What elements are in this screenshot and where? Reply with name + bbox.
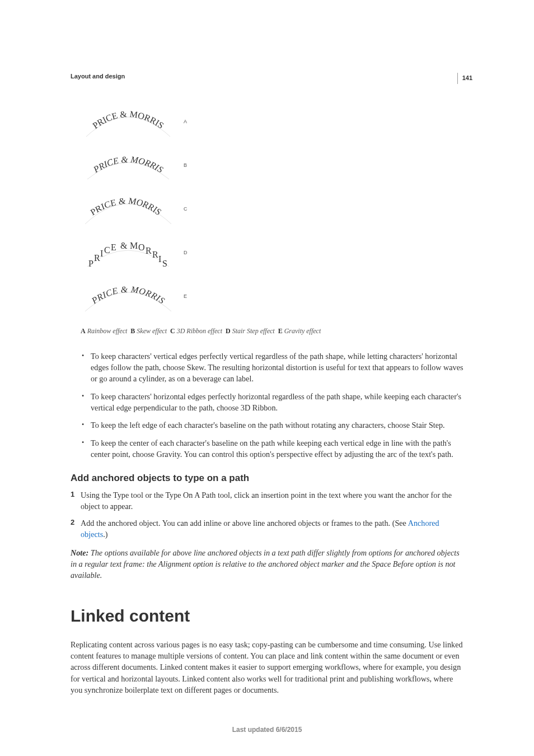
- page-number: 141: [457, 73, 472, 84]
- step-text-tail: .): [103, 530, 107, 539]
- figure: PRICE & MORRIS A PRICE & MORRIS B PRICE …: [81, 102, 463, 316]
- bullet-item: To keep the left edge of each character'…: [81, 420, 463, 431]
- caption-val-d: Stair Step effect: [232, 327, 275, 335]
- figure-label-e: E: [184, 293, 187, 299]
- figure-label-a: A: [184, 119, 187, 124]
- figure-row-d: PRICE & MORRIS D: [81, 233, 463, 272]
- svg-text:PRICE & MORRIS: PRICE & MORRIS: [91, 109, 165, 130]
- section-header: Layout and design: [71, 73, 463, 80]
- body-paragraph: Replicating content across various pages…: [71, 639, 463, 696]
- svg-text:PRICE & MORRIS: PRICE & MORRIS: [88, 196, 165, 217]
- bullet-item: To keep the center of each character's b…: [81, 438, 463, 460]
- stair-step-effect-diagram: PRICE & MORRIS: [81, 233, 176, 272]
- caption-val-c: 3D Ribbon effect: [177, 327, 222, 335]
- figure-row-e: PRICE & MORRIS E: [81, 277, 463, 316]
- note-label: Note:: [71, 548, 91, 557]
- bullet-item: To keep characters' horizontal edges per…: [81, 391, 463, 414]
- skew-effect-diagram: PRICE & MORRIS: [81, 146, 176, 185]
- figure-row-c: PRICE & MORRIS C: [81, 189, 463, 228]
- svg-text:PRICE & MORRIS: PRICE & MORRIS: [90, 284, 167, 306]
- gravity-effect-diagram: PRICE & MORRIS: [81, 277, 176, 316]
- caption-val-a: Rainbow effect: [87, 327, 128, 335]
- figure-label-c: C: [184, 206, 188, 212]
- figure-caption: A Rainbow effect B Skew effect C 3D Ribb…: [81, 327, 463, 335]
- figure-label-b: B: [184, 162, 187, 168]
- caption-val-e: Gravity effect: [284, 327, 321, 335]
- steps-list: Using the Type tool or the Type On A Pat…: [71, 489, 463, 540]
- footer-last-updated: Last updated 6/6/2015: [0, 726, 534, 734]
- bullet-list: To keep characters' vertical edges perfe…: [81, 351, 463, 460]
- caption-val-b: Skew effect: [137, 327, 167, 335]
- caption-key-e: E: [278, 327, 283, 335]
- svg-text:PRICE & MORRIS: PRICE & MORRIS: [88, 241, 167, 268]
- bullet-item: To keep characters' vertical edges perfe…: [81, 351, 463, 385]
- note-paragraph: Note: The options available for above li…: [71, 547, 463, 581]
- step-item: Add the anchored object. You can add inl…: [71, 517, 463, 540]
- ribbon-effect-diagram: PRICE & MORRIS: [81, 189, 176, 228]
- subheading-anchored: Add anchored objects to type on a path: [71, 473, 463, 484]
- figure-row-a: PRICE & MORRIS A: [81, 102, 463, 141]
- caption-key-b: B: [130, 327, 135, 335]
- rainbow-effect-diagram: PRICE & MORRIS: [81, 102, 176, 141]
- figure-row-b: PRICE & MORRIS B: [81, 146, 463, 185]
- figure-label-d: D: [184, 250, 188, 255]
- caption-key-c: C: [170, 327, 175, 335]
- step-item: Using the Type tool or the Type On A Pat…: [71, 489, 463, 512]
- caption-key-d: D: [226, 327, 231, 335]
- svg-text:PRICE & MORRIS: PRICE & MORRIS: [91, 155, 165, 175]
- caption-key-a: A: [81, 327, 86, 335]
- step-text: Add the anchored object. You can add inl…: [81, 519, 408, 528]
- heading-linked-content: Linked content: [71, 606, 463, 626]
- note-text: The options available for above line anc…: [71, 548, 460, 580]
